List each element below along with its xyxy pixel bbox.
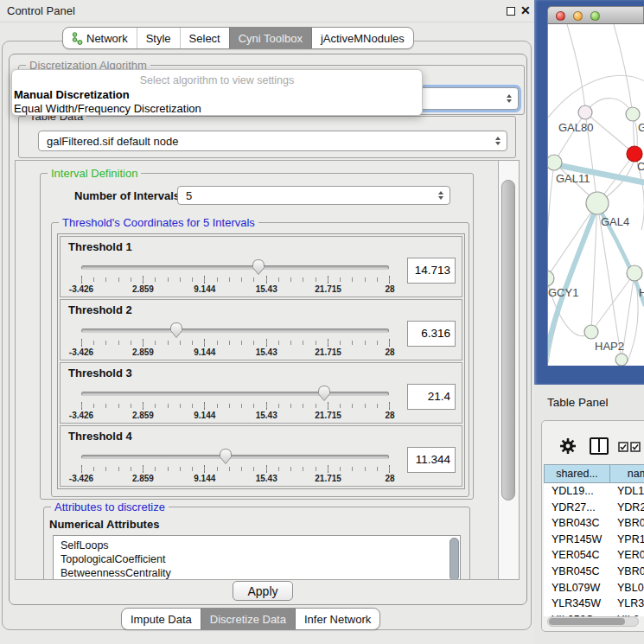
cell-shared-name[interactable]: YBR043C (544, 515, 610, 532)
zoom-traffic-light-icon[interactable] (590, 11, 600, 21)
node-gal-partial[interactable] (626, 107, 640, 121)
table-row[interactable]: YBR043CYBR0 (544, 515, 644, 532)
algorithm-hint: Select algorithm to view settings (12, 74, 422, 86)
number-of-intervals-combo[interactable]: 5 (177, 186, 450, 205)
cell-name[interactable]: YBR0 (610, 564, 644, 580)
slider-minor-ticks (81, 277, 390, 282)
node-hap2[interactable] (584, 325, 598, 339)
network-desktop: GAL80 GA C GAL11 GAL4 GCY1 H HAP2 (534, 0, 644, 385)
slider-track[interactable] (81, 328, 389, 333)
horizontal-scrollbar[interactable] (547, 616, 639, 627)
network-window-titlebar[interactable] (547, 6, 644, 24)
threshold-slider[interactable]: -3.4262.8599.14415.4321.71528 (81, 384, 390, 424)
panel-title: Control Panel (7, 4, 75, 17)
tab-network[interactable]: Network (63, 28, 137, 48)
table-row[interactable]: YLR345WYLR3 (544, 596, 644, 612)
tab-style[interactable]: Style (137, 28, 180, 48)
node-unlabeled[interactable] (615, 354, 628, 366)
close-traffic-light-icon[interactable] (556, 11, 565, 21)
node-gal80[interactable] (578, 105, 592, 119)
cell-shared-name[interactable]: YER054C (544, 547, 610, 564)
cell-name[interactable]: YLR3 (610, 596, 644, 612)
float-window-icon[interactable] (507, 7, 515, 16)
tab-cyni-toolbox[interactable]: Cyni Toolbox (229, 28, 311, 48)
list-item[interactable]: SelfLoops (54, 539, 460, 552)
gear-icon[interactable] (558, 437, 577, 456)
cell-name[interactable]: YDR2 (610, 500, 644, 516)
table-data-combo[interactable]: galFiltered.sif default node (38, 131, 507, 151)
cell-shared-name[interactable]: YBR045C (544, 564, 610, 580)
threshold-slider[interactable]: -3.4262.8599.14415.4321.71528 (81, 321, 390, 360)
threshold-value-field[interactable]: 11.344 (407, 447, 456, 473)
table-body[interactable]: YDL19...YDL1YDR27...YDR2YBR043CYBR0YPR14… (544, 483, 644, 616)
table-row[interactable]: YDL19...YDL1 (544, 483, 644, 500)
checkbox-icon[interactable] (618, 442, 628, 452)
threshold-value-field[interactable]: 14.713 (407, 258, 456, 284)
slider-thumb[interactable] (317, 385, 331, 402)
control-panel: Control Panel ✕ Discretization Algorithm… (0, 0, 534, 644)
node-gcy1[interactable] (548, 271, 554, 286)
cell-name[interactable]: YER0 (610, 547, 644, 564)
table-row[interactable]: YBL079WYBL0 (544, 580, 644, 596)
number-of-intervals-value: 5 (186, 189, 192, 202)
cell-shared-name[interactable]: YDL19... (544, 483, 610, 500)
table-row[interactable]: YDR27...YDR2 (544, 500, 644, 516)
threshold-value-field[interactable]: 6.316 (407, 321, 456, 347)
threshold-value-field[interactable]: 21.4 (407, 384, 456, 410)
tab-discretize-data[interactable]: Discretize Data (201, 609, 295, 629)
table-header-row: shared... name (544, 464, 644, 483)
threshold-slider[interactable]: -3.4262.8599.14415.4321.71528 (81, 447, 390, 487)
node-label: C (637, 160, 644, 173)
tab-infer-network[interactable]: Infer Network (295, 609, 379, 629)
column-header-name[interactable]: name (610, 464, 644, 483)
tab-select[interactable]: Select (180, 28, 229, 48)
menu-item-manual-discretization[interactable]: Manual Discretization (14, 88, 130, 101)
cell-name[interactable]: YDL1 (610, 483, 644, 500)
slider-tick-labels: -3.4262.8599.14415.4321.71528 (81, 284, 390, 296)
tick-label: 9.144 (194, 411, 215, 420)
node-h-partial[interactable] (627, 265, 642, 281)
table-row[interactable]: YER054CYER0 (544, 547, 644, 564)
node-label: GAL4 (601, 215, 629, 228)
slider-track[interactable] (81, 265, 389, 270)
slider-thumb[interactable] (252, 258, 265, 276)
node-gal4[interactable] (586, 192, 609, 214)
column-header-shared[interactable]: shared... (544, 464, 610, 483)
vertical-scrollbar[interactable] (498, 161, 519, 579)
threshold-slider[interactable]: -3.4262.8599.14415.4321.71528 (81, 258, 390, 297)
network-canvas[interactable]: GAL80 GA C GAL11 GAL4 GCY1 H HAP2 (547, 24, 644, 366)
minimize-traffic-light-icon[interactable] (573, 11, 583, 21)
slider-track[interactable] (81, 392, 389, 396)
node-gal11[interactable] (548, 155, 562, 170)
cell-shared-name[interactable]: YPR145W (544, 532, 610, 548)
tab-impute-data[interactable]: Impute Data (122, 609, 201, 629)
threshold-row: Threshold 3 -3.4262.8599.14415.4321.7152… (60, 362, 462, 424)
tick-label: 15.43 (256, 411, 277, 420)
numerical-attributes-list[interactable]: SelfLoopsTopologicalCoefficientBetweenne… (53, 535, 461, 580)
scrollbar-thumb[interactable] (501, 180, 515, 501)
horizontal-scrollbar-thumb[interactable] (549, 618, 625, 625)
cell-name[interactable]: YPR1 (610, 532, 644, 548)
network-nodes[interactable] (548, 105, 642, 366)
group-title-attributes: Attributes to discretize (51, 501, 169, 513)
cell-shared-name[interactable]: YLR345W (544, 596, 610, 612)
cell-shared-name[interactable]: YDR27... (544, 500, 610, 516)
tick-label: 9.144 (194, 348, 215, 357)
cell-name[interactable]: YBL0 (610, 580, 644, 596)
table-row[interactable]: YPR145WYPR1 (544, 532, 644, 548)
menu-item-equal-width-frequency[interactable]: Equal Width/Frequency Discretization (14, 102, 201, 115)
checkbox-icon[interactable] (630, 442, 641, 452)
cell-name[interactable]: YBR0 (610, 515, 644, 532)
slider-track[interactable] (81, 455, 389, 459)
split-view-icon[interactable] (590, 437, 609, 455)
tab-jactivemnodules[interactable]: jActiveMNodules (311, 28, 413, 48)
slider-thumb[interactable] (169, 322, 183, 339)
apply-button[interactable]: Apply (233, 581, 293, 601)
table-row[interactable]: YBR045CYBR0 (544, 564, 644, 580)
list-item[interactable]: TopologicalCoefficient (54, 552, 460, 566)
close-icon[interactable]: ✕ (520, 3, 531, 17)
list-scrollbar[interactable] (450, 538, 459, 580)
cell-shared-name[interactable]: YBL079W (544, 580, 610, 596)
slider-thumb[interactable] (219, 448, 233, 465)
list-item[interactable]: BetweennessCentrality (54, 566, 460, 580)
